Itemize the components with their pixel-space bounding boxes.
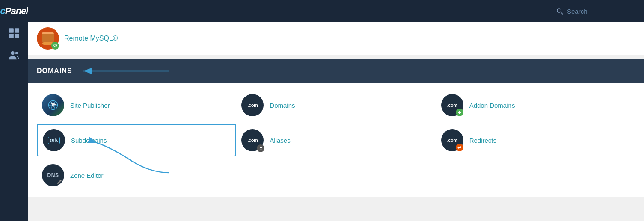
svg-rect-2 [9, 34, 13, 38]
zone-editor-icon: DNS [42, 164, 64, 186]
subdomains-item[interactable]: sub. Subdomains [37, 124, 236, 156]
sidebar: cPanel [0, 0, 28, 221]
svg-point-6 [557, 9, 561, 12]
sidebar-grid-icon[interactable] [0, 22, 28, 44]
zone-editor-label: Zone Editor [70, 172, 104, 179]
aliases-icon: .com = [241, 129, 264, 151]
svg-line-7 [561, 12, 563, 14]
aliases-icon-wrapper: .com = [241, 129, 264, 151]
sidebar-users-icon[interactable] [0, 44, 28, 67]
addon-domains-badge: + [456, 109, 463, 116]
addon-domains-item[interactable]: .com + Addon Domains [436, 90, 635, 121]
svg-point-5 [15, 52, 18, 54]
domains-section: DOMAINS − [28, 59, 644, 197]
domains-items-grid: Site Publisher .com Domains [28, 83, 644, 197]
domains-section-body: Site Publisher .com Domains [28, 83, 644, 197]
search-area [556, 7, 635, 15]
main-content: ↺ Remote MySQL® DOMAINS [28, 0, 644, 221]
redirects-icon-wrapper: .com ↩ [441, 129, 463, 151]
db-body [42, 34, 54, 43]
domains-collapse-button[interactable]: − [627, 67, 635, 76]
subdomains-label: Subdomains [71, 137, 107, 144]
site-publisher-icon [42, 94, 64, 116]
redirects-badge: ↩ [456, 144, 463, 151]
search-icon [556, 7, 564, 15]
pencil-icon [57, 179, 62, 184]
redirects-label: Redirects [469, 137, 496, 144]
section-header-left: DOMAINS [37, 65, 173, 77]
subdomains-icon: sub. [43, 129, 65, 151]
aliases-item[interactable]: .com = Aliases [236, 124, 436, 156]
domains-label: Domains [270, 102, 295, 109]
paper-plane-svg [47, 99, 59, 111]
zone-editor-item[interactable]: DNS Zone Editor [37, 160, 236, 191]
remote-mysql-label: Remote MySQL® [64, 35, 118, 42]
aliases-label: Aliases [270, 137, 290, 144]
remote-mysql-icon-wrapper: ↺ [37, 27, 59, 50]
domains-section-title: DOMAINS [37, 67, 72, 75]
domains-item[interactable]: .com Domains [236, 90, 436, 121]
topbar [28, 0, 644, 22]
svg-rect-0 [9, 28, 13, 33]
remote-mysql-row[interactable]: ↺ Remote MySQL® [28, 22, 644, 55]
domains-icon-wrapper: .com [241, 94, 264, 116]
remote-mysql-badge: ↺ [51, 42, 59, 50]
site-publisher-label: Site Publisher [70, 102, 110, 109]
addon-domains-icon-wrapper: .com + [441, 94, 463, 116]
site-publisher-icon-wrapper [42, 94, 64, 116]
domains-icon: .com [241, 94, 264, 116]
content-area: ↺ Remote MySQL® DOMAINS [28, 22, 644, 221]
domains-arrow-annotation [79, 65, 173, 77]
cpanel-logo[interactable]: cPanel [0, 0, 28, 22]
zone-editor-icon-wrapper: DNS [42, 164, 64, 186]
site-publisher-item[interactable]: Site Publisher [37, 90, 236, 121]
search-input[interactable] [567, 8, 635, 15]
addon-domains-label: Addon Domains [469, 102, 515, 109]
domains-section-header: DOMAINS − [28, 59, 644, 83]
svg-rect-3 [15, 34, 19, 38]
svg-point-4 [11, 51, 14, 55]
svg-rect-1 [15, 28, 19, 33]
subdomains-icon-wrapper: sub. [43, 129, 65, 151]
redirects-item[interactable]: .com ↩ Redirects [436, 124, 635, 156]
